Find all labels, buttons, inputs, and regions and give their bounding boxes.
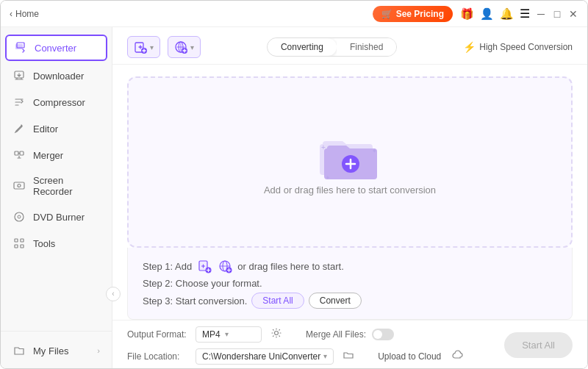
merger-icon [12,148,26,162]
add-url-arrow: ▾ [190,43,194,51]
main-layout: Converter Downloader Compressor [1,27,587,369]
sidebar-item-downloader-label: Downloader [33,71,84,82]
title-bar: ‹ Home 🛒 See Pricing 🎁 👤 🔔 ☰ ─ □ ✕ [1,1,587,27]
folder-open-icon[interactable] [343,349,354,363]
sidebar-footer: My Files › [1,331,112,364]
user-icon[interactable]: 👤 [480,7,494,21]
step1-label: Step 1: Add [143,261,192,272]
toolbar-left: ▾ ▾ [127,36,201,58]
dvd-burner-icon [12,210,26,223]
steps-section: Step 1: Add [127,248,573,320]
bottom-bar: Output Format: MP4 ▾ Merge All Files: [112,320,587,369]
sidebar-item-editor-label: Editor [33,123,58,135]
sidebar-item-compressor[interactable]: Compressor [1,89,112,115]
sidebar-item-compressor-label: Compressor [33,97,85,108]
add-file-button[interactable]: ▾ [127,36,160,58]
svg-text:✦: ✦ [326,175,330,180]
toolbar-tabs: Converting Finished [267,37,397,57]
downloader-icon [12,69,26,82]
my-files-arrow: › [97,346,100,355]
tab-converting[interactable]: Converting [268,38,337,56]
svg-rect-3 [15,151,18,155]
my-files-icon [12,344,26,357]
start-all-step-button[interactable]: Start All [251,293,304,309]
sidebar-item-downloader[interactable]: Downloader [1,62,112,89]
file-location-arrow: ▾ [323,352,327,360]
merge-all-label: Merge All Files: [306,329,366,340]
convert-step-button[interactable]: Convert [309,293,362,309]
svg-point-7 [15,212,24,221]
format-value: MP4 [202,329,220,340]
file-location-label: File Location: [127,351,190,362]
svg-point-27 [275,332,279,335]
high-speed-indicator: ⚡ High Speed Conversion [463,41,573,53]
drop-zone[interactable]: + ✦ ✦ Add or drag files here to start co… [127,76,573,248]
cart-icon: 🛒 [381,9,392,19]
close-button[interactable]: ✕ [568,9,578,19]
folder-illustration: + ✦ ✦ [317,129,383,184]
sidebar-item-screen-recorder-label: Screen Recorder [33,175,100,197]
title-bar-right: 🛒 See Pricing 🎁 👤 🔔 ☰ ─ □ ✕ [373,6,578,22]
output-format-select[interactable]: MP4 ▾ [196,326,262,343]
file-location-value[interactable]: C:\Wondershare UniConverter ▾ [196,348,334,365]
notification-icon[interactable]: 🔔 [500,7,514,21]
maximize-button[interactable]: □ [552,9,562,19]
svg-point-8 [18,215,21,218]
file-location-row: File Location: C:\Wondershare UniConvert… [127,348,490,365]
screen-recorder-icon [12,179,26,193]
sidebar-item-merger-label: Merger [33,150,63,161]
output-format-label: Output Format: [127,329,190,340]
sidebar: Converter Downloader Compressor [1,27,112,369]
step3-label: Step 3: Start conversion. [143,295,247,307]
sidebar-item-screen-recorder[interactable]: Screen Recorder [1,168,112,204]
svg-rect-12 [21,245,24,248]
bottom-left: Output Format: MP4 ▾ Merge All Files: [127,326,490,365]
add-file-icon [134,40,147,54]
bottom-right: Start All [504,332,573,358]
editor-icon [12,122,26,135]
gift-icon[interactable]: 🎁 [460,7,474,21]
drop-zone-text: Add or drag files here to start conversi… [264,184,436,196]
high-speed-label: High Speed Conversion [479,42,573,52]
back-arrow[interactable]: ‹ [10,9,12,19]
svg-rect-10 [21,239,24,242]
sidebar-item-dvd-burner[interactable]: DVD Burner [1,204,112,230]
title-bar-left: ‹ Home [10,9,39,19]
menu-icon[interactable]: ☰ [520,7,530,21]
add-file-arrow: ▾ [150,43,154,51]
step1-mid-text: or drag files here to start. [237,261,344,272]
minimize-button[interactable]: ─ [536,9,546,19]
format-dropdown-arrow: ▾ [225,330,229,338]
title-bar-icons: 🎁 👤 🔔 ☰ ─ □ ✕ [460,7,578,21]
converter-icon [14,41,27,54]
start-all-button[interactable]: Start All [504,332,573,358]
svg-rect-5 [14,182,24,189]
add-url-icon [174,40,187,54]
sidebar-collapse-button[interactable]: ‹ [106,287,121,301]
svg-text:✦: ✦ [372,148,377,154]
svg-rect-9 [15,239,18,242]
settings-icon[interactable] [270,327,282,341]
step1-add-url-icon[interactable] [217,258,233,274]
tab-finished[interactable]: Finished [337,38,396,56]
file-location-text: C:\Wondershare UniConverter [202,351,320,362]
cloud-upload-icon[interactable] [450,348,463,364]
content-area: ▾ ▾ Converting Finished [112,27,587,369]
see-pricing-button[interactable]: 🛒 See Pricing [373,6,453,22]
sidebar-item-my-files[interactable]: My Files › [1,337,112,364]
step1-add-file-icon[interactable] [196,258,212,274]
sidebar-item-editor[interactable]: Editor [1,115,112,142]
sidebar-item-converter[interactable]: Converter [5,35,107,61]
add-url-button[interactable]: ▾ [168,36,201,58]
home-link[interactable]: Home [15,9,39,19]
step2-label: Step 2: Choose your format. [143,278,262,289]
step2-row: Step 2: Choose your format. [143,278,557,289]
compressor-icon [12,96,26,109]
merge-all-toggle[interactable] [372,329,394,340]
sidebar-item-merger[interactable]: Merger [1,142,112,168]
sidebar-item-tools-label: Tools [33,238,55,249]
sidebar-item-tools[interactable]: Tools [1,230,112,257]
sidebar-item-dvd-burner-label: DVD Burner [33,212,85,223]
toolbar: ▾ ▾ Converting Finished [112,27,587,65]
lightning-icon: ⚡ [463,41,476,53]
